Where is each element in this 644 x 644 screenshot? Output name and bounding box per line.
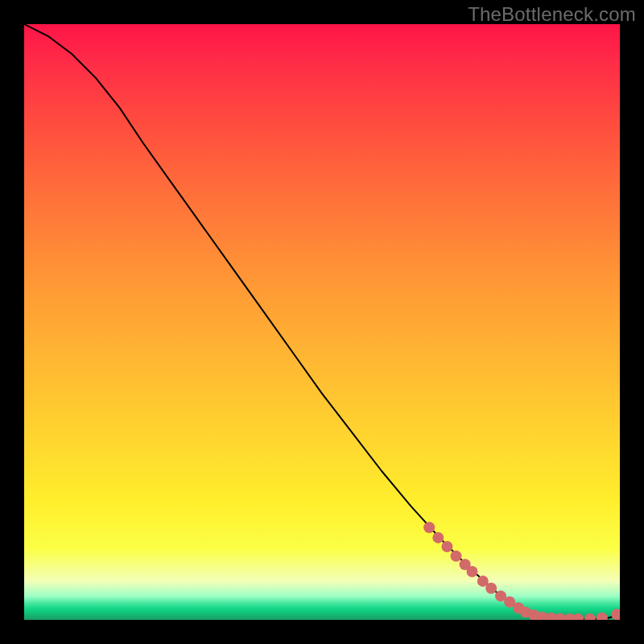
marker-point xyxy=(451,551,462,562)
marker-point xyxy=(466,566,477,577)
marker-point xyxy=(584,613,596,620)
chart-plot-area xyxy=(24,24,620,620)
watermark-text: TheBottleneck.com xyxy=(468,3,636,26)
marker-point xyxy=(423,522,435,533)
chart-markers xyxy=(423,522,620,620)
marker-point xyxy=(432,532,444,543)
marker-point xyxy=(572,613,584,620)
marker-point xyxy=(611,609,620,620)
chart-overlay-svg xyxy=(24,24,620,620)
marker-point xyxy=(485,583,497,594)
chart-curve xyxy=(24,24,620,619)
curve-path xyxy=(24,24,620,619)
marker-point xyxy=(597,613,608,620)
marker-point xyxy=(441,541,452,552)
